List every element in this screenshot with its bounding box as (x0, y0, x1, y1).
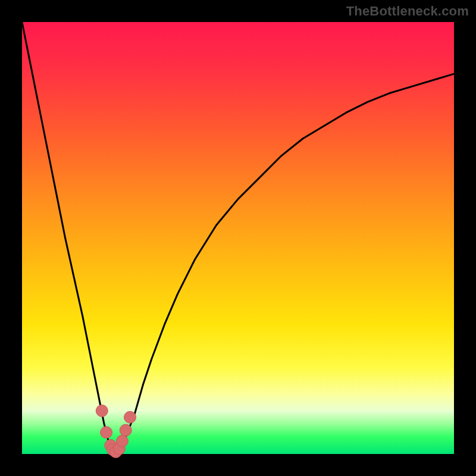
watermark-text: TheBottleneck.com (346, 4, 469, 19)
marker-dot (120, 424, 131, 436)
bottleneck-curve (22, 22, 454, 452)
plot-area (22, 22, 454, 454)
outer-frame: TheBottleneck.com (0, 0, 476, 476)
marker-dot (116, 435, 128, 447)
marker-dot (124, 411, 136, 423)
marker-dot (101, 427, 112, 439)
marker-dot (96, 405, 108, 416)
curve-svg (22, 22, 454, 454)
highlight-markers (96, 405, 136, 458)
